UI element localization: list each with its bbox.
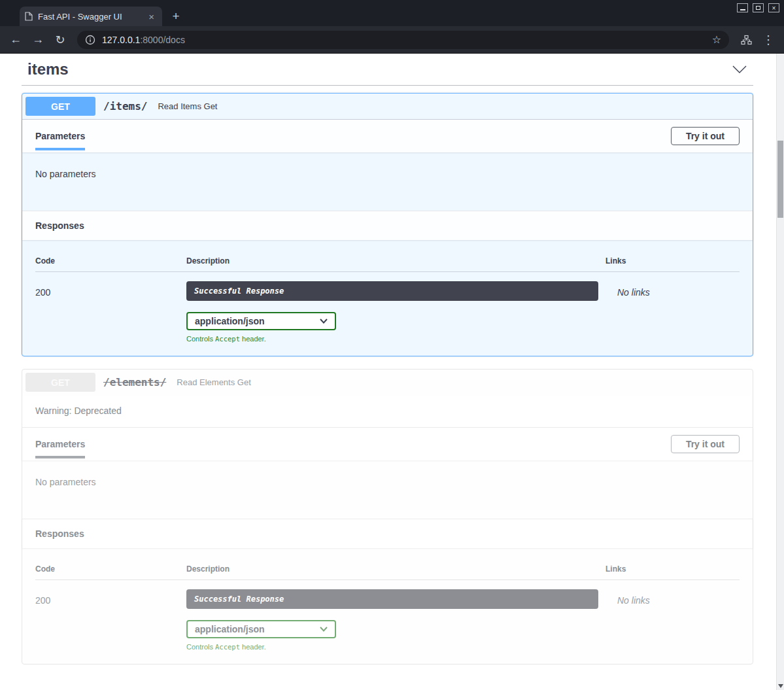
parameters-body: No parameters <box>22 460 753 519</box>
responses-header: Responses <box>22 211 753 240</box>
page-scrollbar[interactable] <box>776 54 784 690</box>
parameters-tab[interactable]: Parameters <box>35 131 85 141</box>
select-chevron-icon <box>320 319 328 324</box>
deprecated-warning: Warning: Deprecated <box>22 396 753 428</box>
operation-path: /elements/ <box>103 376 166 388</box>
tab-close-icon[interactable]: × <box>146 11 157 22</box>
operation-get-elements-deprecated: GET /elements/ Read Elements Get Warning… <box>22 369 753 664</box>
try-it-out-button[interactable]: Try it out <box>671 127 740 145</box>
accept-note-code: Accept <box>215 643 240 651</box>
accept-note-prefix: Controls <box>186 335 215 343</box>
bookmark-star-icon[interactable]: ☆ <box>712 33 721 46</box>
response-code: 200 <box>35 589 186 651</box>
close-button[interactable]: × <box>768 3 779 12</box>
tag-section-header[interactable]: items <box>22 58 753 85</box>
accept-note-code: Accept <box>215 335 240 343</box>
description-column-header: Description <box>186 564 605 574</box>
response-links: No links <box>605 281 740 343</box>
responses-body: Code Description Links 200 Successful Re… <box>22 240 753 356</box>
responses-header: Responses <box>22 519 753 548</box>
response-row: 200 Successful Response application/json <box>35 580 740 651</box>
try-it-out-button[interactable]: Try it out <box>671 435 740 453</box>
operation-summary-text: Read Elements Get <box>177 377 250 387</box>
section-divider <box>22 85 753 86</box>
responses-body: Code Description Links 200 Successful Re… <box>22 548 753 664</box>
response-description-cell: Successful Response application/json Con… <box>186 589 605 651</box>
no-parameters-text: No parameters <box>35 169 96 179</box>
forward-icon[interactable]: → <box>29 31 47 49</box>
maximize-button[interactable] <box>753 3 764 12</box>
maximize-icon <box>756 6 760 10</box>
response-description-box: Successful Response <box>186 281 598 301</box>
scrollbar-thumb[interactable] <box>777 141 783 218</box>
scrollbar-down-arrow-icon[interactable] <box>778 684 783 688</box>
url-text: 127.0.0.1:8000/docs <box>102 35 185 45</box>
sitemap-icon[interactable] <box>737 31 755 49</box>
response-description-cell: Successful Response application/json Con… <box>186 281 605 343</box>
accept-header-note: Controls Accept header. <box>186 335 605 343</box>
browser-tab[interactable]: Fast API - Swagger UI × <box>20 7 162 26</box>
responses-title: Responses <box>35 528 84 539</box>
response-description-text: Successful Response <box>194 595 284 604</box>
select-chevron-icon <box>320 627 328 632</box>
response-description-text: Successful Response <box>194 286 284 296</box>
operation-path: /items/ <box>103 100 147 112</box>
parameters-body: No parameters <box>22 152 753 211</box>
code-column-header: Code <box>35 564 186 574</box>
links-column-header: Links <box>605 564 740 574</box>
accept-note-suffix: header. <box>240 643 266 651</box>
reload-icon[interactable]: ↻ <box>51 31 69 49</box>
operation-get-items: GET /items/ Read Items Get Parameters Tr… <box>22 93 753 356</box>
parameters-tab[interactable]: Parameters <box>35 439 85 449</box>
response-description-box: Successful Response <box>186 589 598 609</box>
accept-note-prefix: Controls <box>186 643 215 651</box>
parameters-header: Parameters Try it out <box>22 428 753 460</box>
accept-note-suffix: header. <box>240 335 266 343</box>
code-column-header: Code <box>35 256 186 266</box>
title-bar: Fast API - Swagger UI × + × <box>0 0 784 26</box>
operation-body: Warning: Deprecated Parameters Try it ou… <box>22 396 753 664</box>
media-type-value: application/json <box>195 316 265 326</box>
method-badge: GET <box>26 97 95 116</box>
url-host: 127.0.0.1 <box>102 35 140 45</box>
new-tab-button[interactable]: + <box>167 8 184 25</box>
description-column-header: Description <box>186 256 605 266</box>
media-type-value: application/json <box>195 624 265 634</box>
operation-summary[interactable]: GET /items/ Read Items Get <box>22 94 753 120</box>
menu-icon[interactable]: ⋮ <box>759 31 777 49</box>
section-title: items <box>27 60 69 78</box>
info-icon[interactable] <box>85 35 95 45</box>
media-type-select[interactable]: application/json <box>186 312 336 330</box>
media-type-select[interactable]: application/json <box>186 620 336 638</box>
chevron-down-icon[interactable] <box>732 65 747 74</box>
accept-header-note: Controls Accept header. <box>186 643 605 651</box>
method-badge: GET <box>26 373 95 392</box>
page-icon <box>25 12 33 21</box>
tab-title: Fast API - Swagger UI <box>38 12 146 22</box>
operation-summary-text: Read Items Get <box>158 101 217 111</box>
window-controls: × <box>737 3 779 12</box>
response-row: 200 Successful Response application/json <box>35 272 740 343</box>
operation-summary[interactable]: GET /elements/ Read Elements Get <box>22 370 753 396</box>
back-icon[interactable]: ← <box>7 31 25 49</box>
response-links: No links <box>605 589 740 651</box>
minimize-button[interactable] <box>737 3 748 12</box>
url-path: :8000/docs <box>140 35 185 45</box>
swagger-content: items GET /items/ Read Items Get Paramet… <box>0 54 776 690</box>
page-viewport: items GET /items/ Read Items Get Paramet… <box>0 54 784 690</box>
response-code: 200 <box>35 281 186 343</box>
browser-toolbar: ← → ↻ 127.0.0.1:8000/docs ☆ ⋮ <box>0 26 784 54</box>
operation-body: Parameters Try it out No parameters Resp… <box>22 120 753 356</box>
responses-title: Responses <box>35 220 84 231</box>
parameters-header: Parameters Try it out <box>22 120 753 152</box>
links-column-header: Links <box>605 256 740 266</box>
no-parameters-text: No parameters <box>35 477 96 487</box>
responses-table-header: Code Description Links <box>35 250 740 272</box>
minimize-icon <box>740 9 745 10</box>
browser-window: Fast API - Swagger UI × + × ← → ↻ 127.0.… <box>0 0 784 690</box>
responses-table-header: Code Description Links <box>35 558 740 580</box>
address-bar[interactable]: 127.0.0.1:8000/docs ☆ <box>77 31 729 49</box>
